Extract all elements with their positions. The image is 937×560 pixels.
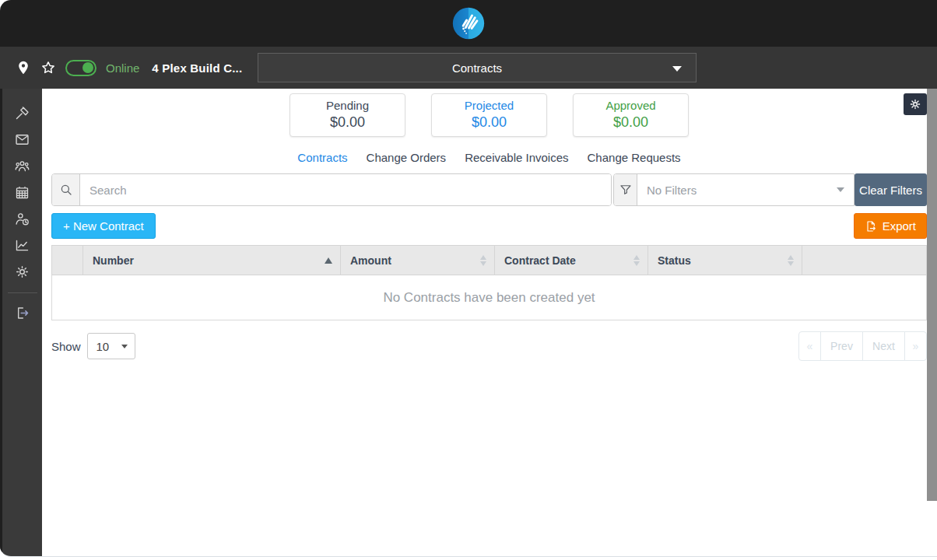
stat-value: $0.00 [613, 114, 648, 131]
filter-select[interactable]: No Filters [637, 174, 854, 205]
knowify-logo-icon[interactable] [451, 6, 486, 40]
logout-icon [14, 305, 30, 321]
scrollbar-thumb[interactable] [927, 89, 937, 501]
settings-button[interactable] [904, 93, 927, 115]
online-status-label: Online [106, 61, 139, 75]
chevron-down-icon [837, 187, 844, 192]
next-page-button[interactable]: Next [862, 331, 905, 361]
sidebar-item-team[interactable] [2, 152, 42, 179]
location-pin-icon[interactable] [16, 60, 31, 75]
column-label: Status [658, 254, 691, 267]
search-group [51, 173, 612, 206]
empty-state-message: No Contracts have been created yet [383, 290, 595, 305]
table-footer: Show 10 « Prev Next » [51, 331, 927, 361]
project-bar: Online 4 Plex Build C... Contracts [0, 47, 937, 89]
sort-icon[interactable] [633, 255, 640, 266]
sidebar-item-messages[interactable] [2, 126, 42, 152]
online-toggle[interactable] [65, 60, 97, 76]
actions-row: + New Contract Export [51, 213, 927, 239]
page-size-group: Show 10 [51, 333, 135, 359]
stat-card-projected: Projected $0.00 [431, 93, 547, 137]
prev-page-button[interactable]: Prev [820, 331, 863, 361]
sort-icon[interactable] [788, 255, 794, 266]
stat-card-approved: Approved $0.00 [573, 93, 689, 137]
stat-value: $0.00 [472, 114, 507, 131]
hammer-icon [14, 105, 30, 121]
gear-icon [14, 264, 30, 280]
toggle-knob [82, 62, 93, 73]
sidebar-item-jobs[interactable] [2, 100, 42, 126]
app-shell: Online 4 Plex Build C... Contracts [0, 0, 937, 557]
clear-filters-button[interactable]: Clear Filters [855, 173, 927, 206]
show-label: Show [51, 340, 81, 353]
filter-select-value: No Filters [647, 184, 697, 197]
sidebar-item-logout[interactable] [2, 299, 42, 326]
sort-asc-icon[interactable] [325, 257, 332, 264]
tab-receivable-invoices[interactable]: Receivable Invoices [465, 151, 568, 164]
stat-card-pending: Pending $0.00 [290, 93, 405, 137]
body-row: Pending $0.00 Projected $0.00 Approved $… [0, 89, 937, 557]
project-bar-left: Online 4 Plex Build C... [0, 60, 242, 76]
summary-cards-row: Pending $0.00 Projected $0.00 Approved $… [51, 93, 927, 138]
calendar-icon [14, 184, 30, 201]
search-input[interactable] [80, 174, 611, 205]
first-page-button[interactable]: « [798, 331, 821, 361]
search-icon [59, 183, 73, 197]
tabs-row: Contracts Change Orders Receivable Invoi… [51, 151, 927, 164]
table-header-row: Number Amount Contract Date [52, 246, 927, 275]
last-page-button[interactable]: » [904, 331, 927, 361]
column-contract-date[interactable]: Contract Date [495, 246, 648, 275]
export-button-label: Export [883, 219, 916, 233]
team-icon [14, 158, 30, 174]
stat-value: $0.00 [330, 114, 365, 131]
sidebar-item-schedule[interactable] [2, 179, 42, 205]
user-clock-icon [14, 211, 30, 227]
sidebar-item-admin[interactable] [2, 258, 42, 285]
filter-addon [614, 174, 637, 205]
envelope-icon [14, 131, 30, 148]
contracts-table: Number Amount Contract Date [51, 245, 927, 320]
tab-contracts[interactable]: Contracts [297, 151, 347, 164]
column-label: Amount [350, 254, 391, 267]
main-content: Pending $0.00 Projected $0.00 Approved $… [42, 89, 937, 557]
chart-icon [14, 237, 30, 254]
stat-label: Approved [605, 99, 655, 114]
tab-change-orders[interactable]: Change Orders [367, 151, 447, 164]
column-label: Number [93, 254, 134, 267]
export-button[interactable]: Export [854, 213, 927, 239]
pagination: « Prev Next » [798, 331, 927, 361]
column-status[interactable]: Status [648, 246, 802, 275]
column-number[interactable]: Number [83, 246, 341, 275]
sort-icon[interactable] [480, 255, 486, 266]
new-contract-button[interactable]: + New Contract [51, 213, 156, 239]
sidebar-item-reports[interactable] [2, 232, 42, 258]
export-file-icon [865, 220, 877, 233]
filter-group: No Filters [613, 173, 855, 206]
page-size-value: 10 [97, 340, 110, 353]
sidebar-item-time-tracker[interactable] [2, 205, 42, 232]
column-label: Contract Date [504, 254, 576, 267]
search-filter-row: No Filters Clear Filters [51, 173, 927, 206]
top-bar [0, 0, 937, 47]
module-dropdown-value: Contracts [452, 61, 502, 75]
star-icon[interactable] [40, 60, 56, 75]
tab-change-requests[interactable]: Change Requests [588, 151, 681, 164]
stat-label: Projected [465, 99, 514, 114]
empty-state-row: No Contracts have been created yet [52, 275, 927, 320]
sidebar-divider [8, 292, 37, 293]
column-spacer [52, 246, 83, 275]
sidebar-nav [0, 89, 42, 557]
gear-icon [909, 98, 921, 110]
column-amount[interactable]: Amount [341, 246, 495, 275]
app-window: Online 4 Plex Build C... Contracts [0, 0, 937, 560]
column-actions [802, 246, 927, 275]
page-size-select[interactable]: 10 [87, 333, 135, 359]
chevron-down-icon [121, 345, 128, 348]
search-addon [52, 174, 80, 205]
project-name[interactable]: 4 Plex Build C... [152, 61, 242, 75]
chevron-down-icon [672, 66, 682, 72]
module-dropdown[interactable]: Contracts [258, 53, 697, 82]
funnel-icon [619, 183, 633, 197]
stat-label: Pending [326, 99, 369, 114]
